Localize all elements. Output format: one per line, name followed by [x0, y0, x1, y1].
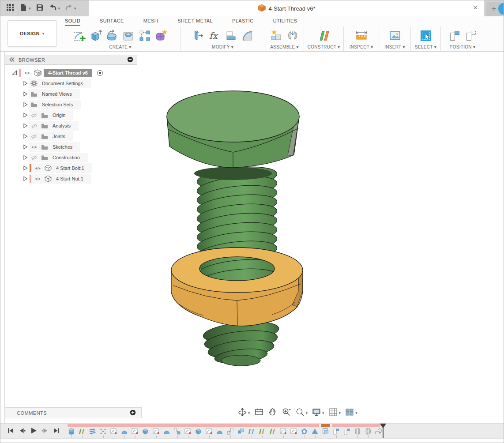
group-label-inspect[interactable]: INSPECT ▾ [350, 45, 373, 51]
timeline-feature-construction-plane[interactable] [78, 428, 86, 435]
display-settings-button[interactable]: ▾ [312, 407, 324, 419]
save-button[interactable] [35, 3, 44, 14]
timeline-feature-extrude[interactable] [142, 428, 149, 435]
close-tab-button[interactable]: ✕ [473, 4, 478, 11]
visibility-eye-icon[interactable] [33, 165, 42, 172]
browser-row-4-start-thread-v6[interactable]: 4-Start Thread v6 [5, 68, 137, 78]
joint-button[interactable] [286, 29, 300, 43]
document-tab[interactable]: 4-Start Thread v6* ✕ [89, 0, 484, 16]
timeline-feature-sketch[interactable] [205, 428, 213, 435]
browser-row-construction[interactable]: Construction [5, 152, 137, 163]
timeline-feature-joint[interactable] [364, 428, 372, 435]
go-to-end-button[interactable] [53, 427, 60, 435]
workspace-switcher[interactable]: DESIGN ▾ [8, 20, 57, 47]
tab-solid[interactable]: SOLID [65, 18, 80, 26]
browser-header[interactable]: BROWSER [5, 55, 137, 65]
pan-button[interactable] [268, 407, 278, 419]
revolve-button[interactable] [105, 29, 119, 43]
fit-button[interactable]: ▾ [295, 407, 308, 419]
expander-icon[interactable] [22, 112, 29, 118]
browser-row-4-start-nut-1[interactable]: 4 Start Nut:1 [5, 173, 137, 184]
hole-button[interactable] [121, 29, 135, 43]
comments-bar[interactable]: COMMENTS [5, 407, 142, 418]
zoom-button[interactable] [282, 407, 291, 419]
capture-position-button[interactable] [448, 29, 462, 43]
timeline-feature-revolve[interactable] [120, 428, 128, 435]
expander-icon[interactable] [22, 133, 29, 139]
visibility-eye-icon[interactable] [30, 123, 38, 129]
extrude-button[interactable] [89, 29, 103, 43]
file-menu-button[interactable]: ▾ [19, 3, 31, 14]
visibility-eye-icon[interactable] [30, 144, 38, 150]
timeline-feature-split-body[interactable] [301, 428, 308, 435]
activate-component-radio[interactable] [97, 70, 103, 76]
expander-icon[interactable] [22, 144, 29, 150]
timeline-feature-capture-position[interactable] [343, 428, 350, 435]
timeline-feature-mirror[interactable] [248, 428, 255, 435]
minimize-panel-icon[interactable] [127, 56, 133, 64]
browser-row-sketches[interactable]: Sketches [5, 142, 137, 152]
timeline-feature-extrude[interactable] [195, 428, 202, 435]
timeline-feature-sketch[interactable] [131, 428, 139, 435]
expander-icon[interactable] [22, 165, 29, 171]
group-label-construct[interactable]: CONSTRUCT ▾ [308, 45, 340, 51]
visibility-eye-icon[interactable] [30, 112, 38, 119]
viewports-button[interactable]: ▾ [345, 407, 357, 419]
construction-plane-button[interactable] [317, 29, 331, 43]
redo-button[interactable]: ▾ [64, 3, 76, 14]
group-label-position[interactable]: POSITION ▾ [450, 45, 476, 51]
create-sketch-button[interactable] [72, 29, 87, 43]
timeline-feature-construction-plane[interactable] [269, 428, 276, 435]
group-label-select[interactable]: SELECT ▾ [415, 45, 436, 51]
change-parameters-button[interactable]: fx [207, 29, 222, 43]
expander-icon[interactable] [22, 91, 29, 97]
measure-button[interactable] [354, 29, 369, 43]
tab-utilities[interactable]: UTILITIES [273, 18, 297, 26]
timeline-feature-move-copy[interactable] [237, 428, 244, 435]
create-form-button[interactable] [154, 29, 168, 43]
go-to-start-button[interactable] [7, 427, 15, 435]
timeline-feature-primitive-cylinder[interactable] [68, 428, 75, 435]
timeline-feature-boundary-fill[interactable] [322, 428, 329, 435]
revert-position-button[interactable] [464, 29, 478, 43]
application-menu-button[interactable] [6, 3, 15, 14]
timeline-feature-cone[interactable] [311, 428, 319, 435]
tab-mesh[interactable]: MESH [143, 18, 158, 26]
tab-surface[interactable]: SURFACE [100, 18, 124, 26]
look-at-button[interactable] [254, 407, 264, 419]
timeline-feature-revolve[interactable] [163, 428, 170, 435]
expander-icon[interactable] [22, 80, 29, 86]
expander-icon[interactable] [22, 176, 29, 182]
browser-row-document-settings[interactable]: Document Settings [5, 78, 137, 89]
browser-row-4-start-bolt-1[interactable]: 4 Start Bolt:1 [5, 163, 137, 173]
offset-face-button[interactable] [224, 29, 238, 43]
orbit-button[interactable]: ▾ [237, 407, 250, 419]
fillet-button[interactable] [240, 29, 254, 43]
add-comment-icon[interactable] [130, 409, 136, 417]
group-label-insert[interactable]: INSERT ▾ [384, 45, 405, 51]
visibility-eye-icon[interactable] [33, 176, 42, 182]
timeline-feature-project[interactable] [226, 428, 234, 435]
expander-icon[interactable] [22, 123, 29, 129]
group-label-create[interactable]: CREATE ▾ [109, 45, 131, 51]
visibility-eye-icon[interactable] [23, 70, 31, 76]
timeline-playhead[interactable] [380, 424, 386, 439]
viewport-canvas[interactable]: BROWSER 4-Start Thread v6Document Settin… [0, 52, 504, 423]
timeline-feature-revolve[interactable] [216, 428, 223, 435]
timeline-feature-sketch[interactable] [110, 428, 117, 435]
browser-row-origin[interactable]: Origin [5, 110, 137, 120]
press-pull-button[interactable] [191, 29, 205, 43]
timeline-feature-construction-plane[interactable] [258, 428, 266, 435]
timeline-feature-sketch[interactable] [152, 428, 160, 435]
visibility-eye-icon[interactable] [30, 154, 38, 161]
group-label-modify[interactable]: MODIFY ▾ [212, 45, 233, 51]
timeline-feature-capture-position[interactable] [332, 428, 340, 435]
window-select-button[interactable] [419, 29, 433, 43]
step-back-button[interactable] [18, 427, 26, 435]
insert-image-button[interactable] [388, 29, 402, 43]
timeline-feature-sketch[interactable] [290, 428, 297, 435]
expander-icon[interactable] [22, 101, 29, 108]
tab-sheet-metal[interactable]: SHEET METAL [177, 18, 213, 26]
undo-button[interactable]: ▾ [49, 3, 60, 14]
timeline-feature-sketch[interactable] [184, 428, 192, 435]
